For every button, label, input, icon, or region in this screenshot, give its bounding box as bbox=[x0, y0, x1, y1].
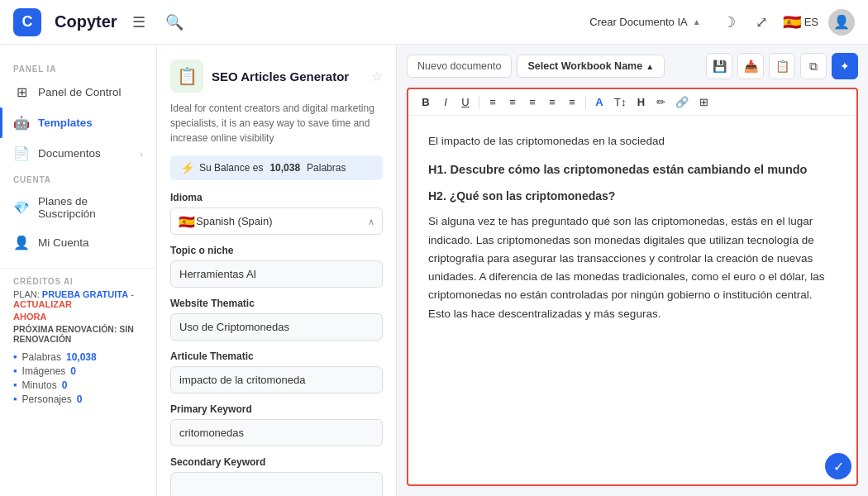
topic-input[interactable] bbox=[170, 260, 383, 288]
editor-text-area[interactable]: El impacto de las criptomonedas en la so… bbox=[408, 116, 856, 484]
editor-toolbar-row: Nuevo documento Select Workbook Name ▲ 💾… bbox=[397, 45, 868, 88]
primary-keyword-label: Primary Keyword bbox=[170, 403, 383, 415]
balance-label: Su Balance es bbox=[199, 162, 263, 174]
topic-field: Topic o niche bbox=[157, 245, 396, 298]
tool-header: 📋 SEO Articles Generator ☆ bbox=[157, 45, 396, 101]
secondary-keyword-field: Secondary Keyword bbox=[157, 456, 396, 496]
crear-label: Crear Documento IA bbox=[589, 16, 688, 28]
expand-icon[interactable]: ⤢ bbox=[751, 10, 773, 35]
heading-button[interactable]: H bbox=[632, 94, 650, 110]
article-field: Articule Thematic bbox=[157, 351, 396, 403]
menu-icon[interactable]: ☰ bbox=[127, 10, 150, 35]
divider-1 bbox=[479, 96, 479, 109]
align-center-button[interactable]: ≡ bbox=[503, 94, 522, 110]
dark-mode-icon[interactable]: ☽ bbox=[718, 10, 741, 35]
balance-value: 10,038 bbox=[269, 162, 300, 174]
font-color-button[interactable]: A bbox=[590, 94, 608, 110]
download-icon-button[interactable]: 📥 bbox=[737, 53, 764, 79]
link-button[interactable]: 🔗 bbox=[671, 94, 693, 110]
sidebar-item-documentos[interactable]: 📄 Documentos › bbox=[0, 138, 156, 169]
table-button[interactable]: ⊞ bbox=[694, 94, 713, 110]
language-selector[interactable]: 🇪🇸 ES bbox=[783, 13, 818, 31]
article-input[interactable] bbox=[170, 366, 383, 393]
plan-trial: PRUEBA GRATUITA bbox=[42, 289, 128, 299]
cuenta-label: CUENTA bbox=[0, 169, 156, 188]
plan-update-link[interactable]: ACTUALIZAR bbox=[13, 299, 72, 309]
italic-button[interactable]: I bbox=[436, 94, 455, 110]
idioma-select[interactable]: Spanish (Spain) bbox=[170, 207, 383, 235]
secondary-keyword-input[interactable] bbox=[170, 472, 383, 496]
ai-generate-button[interactable]: ✦ bbox=[832, 53, 858, 79]
templates-label: Templates bbox=[38, 117, 93, 129]
secondary-keyword-label: Secondary Keyword bbox=[170, 456, 383, 468]
sidebar-item-planes[interactable]: 💎 Planes de Suscripción bbox=[0, 188, 156, 227]
editor-panel-wrapper: Nuevo documento Select Workbook Name ▲ 💾… bbox=[397, 45, 868, 496]
credit-palabras: ▪ Palabras 10,038 bbox=[13, 351, 143, 363]
palabras-value: 10,038 bbox=[66, 351, 97, 363]
credits-section: CRÉDITOS AI PLAN: PRUEBA GRATUITA - ACTU… bbox=[0, 268, 156, 415]
website-label: Website Thematic bbox=[170, 298, 383, 309]
sidebar-item-mi-cuenta[interactable]: 👤 Mi Cuenta bbox=[0, 227, 156, 258]
tool-star-icon[interactable]: ☆ bbox=[371, 69, 383, 84]
copy-icon-button[interactable]: 📋 bbox=[769, 53, 795, 79]
panel-control-label: Panel de Control bbox=[38, 86, 122, 98]
crear-documento-button[interactable]: Crear Documento IA ▲ bbox=[583, 12, 707, 31]
mi-cuenta-icon: 👤 bbox=[13, 235, 30, 250]
align-justify-button[interactable]: ≡ bbox=[543, 94, 561, 110]
duplicate-icon-button[interactable]: ⧉ bbox=[800, 53, 827, 79]
save-icon-button[interactable]: 💾 bbox=[706, 53, 732, 79]
editor-title: El impacto de las criptomonedas en la so… bbox=[428, 132, 837, 150]
imagenes-value: 0 bbox=[70, 365, 76, 377]
primary-keyword-field: Primary Keyword bbox=[157, 403, 396, 456]
editor-h2: H2. ¿Qué son las criptomonedas? bbox=[428, 187, 837, 206]
panel-ia-label: PANEL IA bbox=[0, 58, 156, 77]
balance-unit: Palabras bbox=[307, 162, 346, 174]
format-toolbar: B I U ≡ ≡ ≡ ≡ ≡ A T↕ H ✏ 🔗 ⊞ bbox=[408, 89, 856, 116]
idioma-select-wrapper: Spanish (Spain) 🇪🇸 bbox=[170, 207, 383, 235]
minutos-value: 0 bbox=[62, 379, 68, 391]
bold-button[interactable]: B bbox=[417, 94, 435, 110]
primary-keyword-input[interactable] bbox=[170, 419, 383, 446]
check-badge[interactable]: ✓ bbox=[825, 453, 851, 479]
pen-button[interactable]: ✏ bbox=[651, 94, 670, 110]
idioma-field: Idioma Spanish (Spain) 🇪🇸 bbox=[157, 192, 396, 245]
sidebar-item-templates[interactable]: 🤖 Templates bbox=[0, 107, 156, 138]
workbook-caret-icon: ▲ bbox=[646, 62, 654, 71]
sidebar-item-panel-control[interactable]: ⊞ Panel de Control bbox=[0, 77, 156, 107]
credit-personajes: ▪ Personajes 0 bbox=[13, 393, 143, 405]
align-right-button[interactable]: ≡ bbox=[523, 94, 541, 110]
logo-letter: C bbox=[22, 13, 33, 31]
minutos-icon: ▪ bbox=[13, 379, 17, 391]
search-icon[interactable]: 🔍 bbox=[160, 10, 188, 35]
palabras-icon: ▪ bbox=[13, 351, 17, 363]
plan-line: PLAN: PRUEBA GRATUITA - ACTUALIZAR bbox=[13, 289, 143, 309]
underline-button[interactable]: U bbox=[456, 94, 475, 110]
topic-label: Topic o niche bbox=[170, 245, 383, 256]
editor-content-area: B I U ≡ ≡ ≡ ≡ ≡ A T↕ H ✏ 🔗 ⊞ bbox=[407, 88, 858, 486]
tool-description: Ideal for content creators and digital m… bbox=[157, 101, 396, 155]
documentos-label: Documentos bbox=[38, 147, 101, 160]
align-left-button[interactable]: ≡ bbox=[484, 94, 502, 110]
editor-panel: Nuevo documento Select Workbook Name ▲ 💾… bbox=[397, 45, 868, 496]
workbook-button[interactable]: Select Workbook Name ▲ bbox=[517, 55, 665, 78]
imagenes-label: Imágenes bbox=[22, 365, 66, 377]
documentos-arrow-icon: › bbox=[140, 149, 143, 159]
mi-cuenta-label: Mi Cuenta bbox=[38, 236, 89, 249]
list-button[interactable]: ≡ bbox=[563, 94, 581, 110]
middle-panel: 📋 SEO Articles Generator ☆ Ideal for con… bbox=[157, 45, 397, 496]
plan-sep: - bbox=[131, 289, 134, 299]
personajes-value: 0 bbox=[77, 393, 83, 405]
editor-body: Si alguna vez te has preguntado qué son … bbox=[428, 212, 837, 323]
main-layout: PANEL IA ⊞ Panel de Control 🤖 Templates … bbox=[0, 45, 868, 496]
website-input[interactable] bbox=[170, 313, 383, 341]
plan-update2[interactable]: AHORA bbox=[13, 312, 46, 322]
tool-title: SEO Articles Generator bbox=[212, 69, 349, 83]
text-size-button[interactable]: T↕ bbox=[610, 94, 630, 110]
planes-icon: 💎 bbox=[13, 200, 30, 216]
idioma-label: Idioma bbox=[170, 192, 383, 203]
sidebar: PANEL IA ⊞ Panel de Control 🤖 Templates … bbox=[0, 45, 157, 496]
user-avatar[interactable]: 👤 bbox=[828, 9, 855, 36]
crear-caret-icon: ▲ bbox=[693, 17, 701, 26]
creditos-label: CRÉDITOS AI bbox=[13, 277, 143, 289]
doc-name-button[interactable]: Nuevo documento bbox=[407, 55, 512, 78]
